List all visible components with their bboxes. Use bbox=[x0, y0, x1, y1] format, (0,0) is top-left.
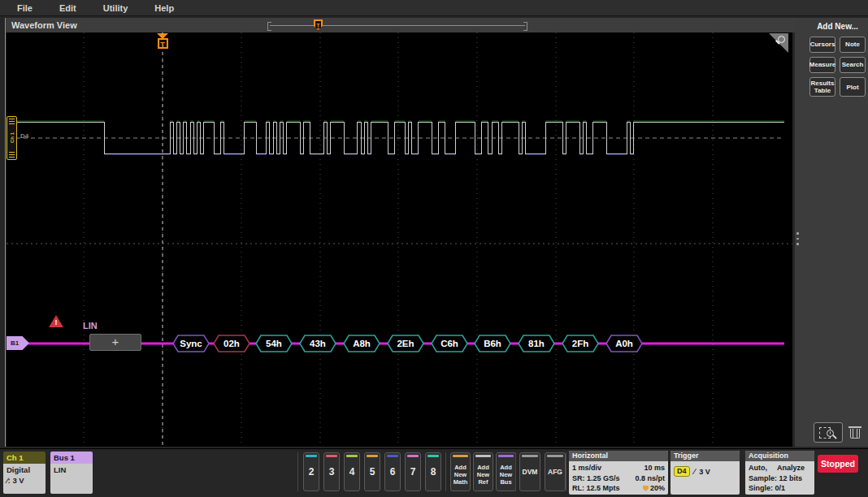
bus-decode-2fh[interactable]: 2Fh bbox=[562, 335, 598, 352]
trash-body bbox=[850, 429, 860, 439]
measure-button[interactable]: Measure bbox=[809, 57, 835, 73]
bottom-bar: Ch 1 Digital ∕: 3 V Bus 1 LIN 2345678 Ad… bbox=[0, 448, 868, 497]
bus-decode-54h[interactable]: 54h bbox=[256, 335, 292, 352]
menu-utility[interactable]: Utility bbox=[103, 3, 128, 13]
bus-decode-02h[interactable]: 02h bbox=[214, 335, 250, 352]
record-length: RL: 12.5 Mpts bbox=[572, 483, 620, 494]
channel-6-button[interactable]: 6 bbox=[384, 452, 401, 491]
color-stripe bbox=[547, 455, 563, 457]
decode-value: C6h bbox=[441, 339, 458, 348]
channel-3-button[interactable]: 3 bbox=[323, 452, 340, 491]
handle-label: Ch 1 bbox=[10, 132, 15, 143]
bus-decode-81h[interactable]: 81h bbox=[519, 335, 554, 352]
bus-1-badge[interactable]: Bus 1 LIN bbox=[50, 452, 93, 494]
bus-decode-43h[interactable]: 43h bbox=[300, 335, 336, 352]
trash-lid bbox=[848, 426, 861, 428]
afg-button[interactable]: AFG bbox=[545, 452, 566, 491]
channel-7-button[interactable]: 7 bbox=[405, 452, 421, 491]
button-label: 2 bbox=[309, 466, 315, 478]
overview-trigger-icon[interactable]: T bbox=[314, 19, 323, 30]
acquisition-panel[interactable]: Acquisition Auto, Analyze Sample: 12 bit… bbox=[745, 451, 814, 495]
channel-1-threshold: ∕: 3 V bbox=[7, 476, 46, 486]
color-stripe bbox=[387, 455, 398, 457]
channel-1-title: Ch 1 bbox=[3, 452, 46, 464]
channel-5-button[interactable]: 5 bbox=[364, 452, 380, 491]
menu-file[interactable]: File bbox=[17, 3, 33, 13]
run-stop-button[interactable]: Stopped bbox=[818, 455, 858, 473]
plot-area[interactable]: Sync02h54h43hA8h2EhC6hB6h81h2FhA0h -1 ms… bbox=[7, 32, 792, 447]
overview-right-bracket bbox=[523, 22, 527, 31]
button-label: Add New Bus bbox=[497, 464, 514, 486]
color-stripe bbox=[367, 455, 378, 457]
cursors-button[interactable]: Cursors bbox=[809, 37, 835, 53]
decode-value: 43h bbox=[310, 339, 326, 348]
trigger-panel[interactable]: Trigger D4 ∕ 3 V bbox=[671, 451, 740, 495]
channel-8-button[interactable]: 8 bbox=[425, 452, 441, 491]
decode-value: Sync bbox=[180, 339, 202, 348]
overview-left-bracket bbox=[267, 22, 271, 31]
decode-value: 54h bbox=[266, 339, 282, 348]
color-stripe bbox=[326, 455, 337, 457]
button-label: 3 bbox=[329, 466, 335, 478]
trash-icon[interactable] bbox=[848, 426, 861, 439]
bus-name-label: LIN bbox=[83, 321, 98, 331]
divider bbox=[515, 452, 516, 491]
dvm-button[interactable]: DVM bbox=[519, 452, 540, 491]
channel-1-badge[interactable]: Ch 1 Digital ∕: 3 V bbox=[3, 452, 46, 494]
channel-1-type: Digital bbox=[7, 465, 46, 476]
color-stripe bbox=[522, 455, 538, 457]
horizontal-window: 10 ms bbox=[644, 463, 665, 473]
trigger-position: 20% bbox=[650, 483, 665, 494]
timeline-overview[interactable]: T bbox=[267, 21, 527, 31]
oscilloscope-screen: FileEditUtilityHelp Waveform View T Sync… bbox=[0, 0, 868, 497]
bus-decode-a0h[interactable]: A0h bbox=[606, 335, 642, 352]
acquisition-sample: Sample: 12 bits bbox=[749, 473, 811, 484]
add-new-buttons: CursorsNoteMeasureSearchResults TablePlo… bbox=[807, 31, 868, 102]
color-stripe bbox=[407, 455, 419, 457]
decode-value: 2Eh bbox=[397, 339, 414, 348]
add-new-math-button[interactable]: Add New Math bbox=[450, 452, 471, 491]
bus-decode-2eh[interactable]: 2Eh bbox=[388, 335, 423, 352]
box-zoom-button[interactable] bbox=[814, 422, 843, 443]
waveform-plot: Sync02h54h43hA8h2EhC6hB6h81h2FhA0h bbox=[7, 32, 792, 447]
channel-buttons: 2345678 bbox=[303, 452, 441, 491]
horizontal-title: Horizontal bbox=[569, 451, 668, 461]
trigger-marker-icon[interactable]: T bbox=[158, 38, 168, 49]
bus-add-button[interactable]: + bbox=[89, 334, 141, 351]
add-new-bus-button[interactable]: Add New Bus bbox=[496, 452, 516, 491]
panel-tools bbox=[807, 421, 868, 443]
grip-icon bbox=[9, 152, 15, 158]
waveform-view-border bbox=[5, 18, 6, 447]
overview-line bbox=[270, 25, 525, 26]
button-label: 7 bbox=[410, 466, 416, 478]
menu-edit[interactable]: Edit bbox=[59, 3, 76, 13]
acquisition-title: Acquisition bbox=[745, 451, 814, 461]
sample-rate: SR: 1.25 GS/s bbox=[572, 473, 620, 484]
add-source-buttons: Add New MathAdd New RefAdd New Bus bbox=[450, 452, 516, 491]
digital-channel-handle[interactable]: Ch 1 bbox=[7, 116, 17, 160]
trigger-source-badge: D4 bbox=[674, 466, 690, 477]
horizontal-panel[interactable]: Horizontal 1 ms/div 10 ms SR: 1.25 GS/s … bbox=[569, 451, 668, 495]
plot-button[interactable]: Plot bbox=[840, 77, 866, 97]
bus-decode-c6h[interactable]: C6h bbox=[432, 335, 467, 352]
search-button[interactable]: Search bbox=[840, 57, 866, 73]
decode-value: 02h bbox=[224, 339, 240, 348]
channel-2-button[interactable]: 2 bbox=[303, 452, 319, 491]
bus-decode-sync[interactable]: Sync bbox=[173, 335, 209, 352]
magnifier-icon bbox=[778, 36, 785, 43]
acquisition-single: Single: 0/1 bbox=[749, 483, 811, 494]
menu-help[interactable]: Help bbox=[154, 3, 174, 13]
color-stripe bbox=[427, 455, 439, 457]
bus-decode-a8h[interactable]: A8h bbox=[344, 335, 380, 352]
button-label: DVM bbox=[523, 468, 538, 476]
bus-decode-b6h[interactable]: B6h bbox=[475, 335, 510, 352]
menu-bar: FileEditUtilityHelp bbox=[0, 0, 868, 16]
acquisition-mode: Auto, bbox=[749, 463, 767, 473]
add-new-ref-button[interactable]: Add New Ref bbox=[473, 452, 493, 491]
note-button[interactable]: Note bbox=[840, 37, 866, 53]
color-stripe bbox=[498, 455, 514, 457]
channel-4-button[interactable]: 4 bbox=[344, 452, 360, 491]
results-table-button[interactable]: Results Table bbox=[809, 77, 835, 97]
panel-splitter-handle[interactable] bbox=[796, 232, 799, 245]
button-label: 8 bbox=[431, 466, 436, 478]
